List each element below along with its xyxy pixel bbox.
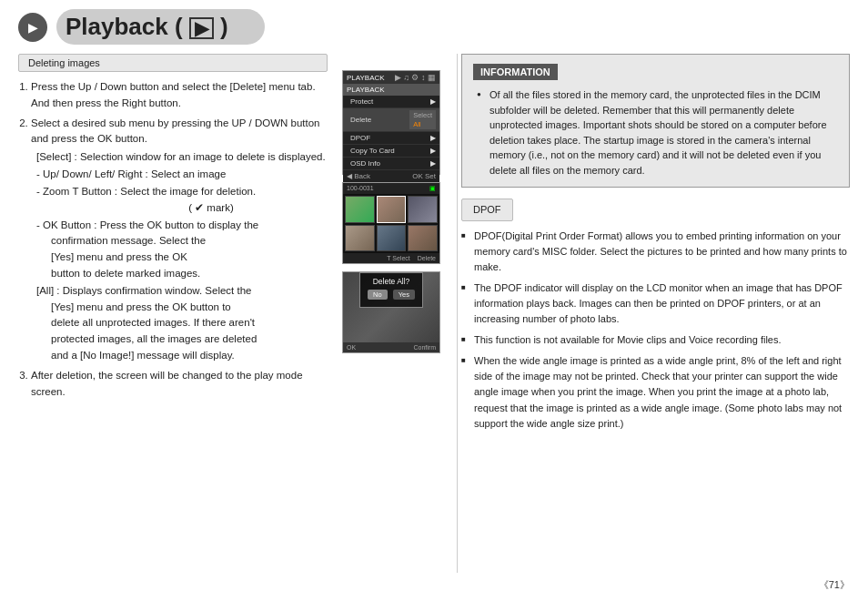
page-footer: 《71》 xyxy=(18,578,850,592)
main-content: Deleting images Press the Up / Down butt… xyxy=(18,54,850,573)
ss2-bottom: T Select Delete xyxy=(343,253,439,263)
ss1-icons: ▶ ♫ ⚙ ↕ ▦ xyxy=(395,73,436,82)
ss1-menu-title: PLAYBACK xyxy=(343,84,439,96)
ss3-footer: OK Confirm xyxy=(343,342,439,352)
screenshot-delete-confirm: Delete All? No Yes OK Confirm xyxy=(342,271,440,353)
ss2-topbar: 100-0031 ▣ xyxy=(343,183,439,194)
screenshot-menu: PLAYBACK ▶ ♫ ⚙ ↕ ▦ PLAYBACK Protect▶ Del… xyxy=(342,70,440,175)
section-label: Deleting images xyxy=(18,54,328,72)
ss3-option-yes: Yes xyxy=(393,290,415,300)
dpof-item-4: When the wide angle image is printed as … xyxy=(461,353,850,431)
screenshots-column: PLAYBACK ▶ ♫ ⚙ ↕ ▦ PLAYBACK Protect▶ Del… xyxy=(342,54,442,573)
page-number: 《71》 xyxy=(819,579,850,590)
ss2-photo-3 xyxy=(408,196,438,223)
ss1-header: PLAYBACK ▶ ♫ ⚙ ↕ ▦ xyxy=(343,71,439,84)
title-end: ) xyxy=(220,13,228,40)
dpof-items: DPOF(Digital Print Order Format) allows … xyxy=(461,229,850,432)
ss3-dialog: Delete All? No Yes xyxy=(359,272,423,308)
page-header: Playback ( ▶ ) xyxy=(18,9,850,45)
dpof-item-3: This function is not available for Movie… xyxy=(461,332,850,348)
right-column: INFORMATION Of all the files stored in t… xyxy=(457,54,850,573)
playback-symbol: ▶ xyxy=(189,17,214,39)
page: Playback ( ▶ ) Deleting images Press the… xyxy=(0,0,868,601)
dpof-item-1: DPOF(Digital Print Order Format) allows … xyxy=(461,229,850,275)
step-2: Select a desired sub menu by pressing th… xyxy=(31,116,328,364)
screenshot-photos: 100-0031 ▣ T Select Delete xyxy=(342,182,440,264)
info-item: Of all the files stored in the memory ca… xyxy=(477,87,838,178)
step-2-select: [Select] : Selection window for an image… xyxy=(36,149,328,166)
ss1-item-protect: Protect▶ xyxy=(343,96,439,108)
ss3-option-no: No xyxy=(368,290,388,300)
playback-icon xyxy=(18,13,47,42)
dpof-tab: DPOF xyxy=(461,199,513,221)
ss2-photo-5 xyxy=(377,225,407,252)
step-2-ok: - OK Button : Press the OK button to dis… xyxy=(36,218,328,282)
ss1-item-delete: Delete Select All xyxy=(343,108,439,132)
left-column: Deleting images Press the Up / Down butt… xyxy=(18,54,328,573)
step-2-all: [All] : Displays confirmation window. Se… xyxy=(36,283,328,364)
ss2-photo-2 xyxy=(377,196,407,223)
ss3-options: No Yes xyxy=(368,290,415,300)
ss3-inner: Delete All? No Yes OK Confirm xyxy=(343,272,439,352)
ss2-photo-4 xyxy=(345,225,375,252)
dpof-item-2: The DPOF indicator will display on the L… xyxy=(461,280,850,327)
instructions: Press the Up / Down button and select th… xyxy=(18,79,328,573)
ss3-title: Delete All? xyxy=(368,277,415,286)
step-2-nav: - Up/ Down/ Left/ Right : Select an imag… xyxy=(36,167,328,183)
ss1-menu: PLAYBACK Protect▶ Delete Select All DPOF… xyxy=(343,84,439,170)
ss2-photo-1 xyxy=(345,196,375,223)
ss1-item-dpof: DPOF▶ xyxy=(343,132,439,145)
title-text: Playback ( xyxy=(66,13,189,40)
page-title: Playback ( ▶ ) xyxy=(56,9,265,45)
ss2-inner: 100-0031 ▣ T Select Delete xyxy=(343,183,439,263)
info-content: Of all the files stored in the memory ca… xyxy=(473,87,838,178)
ss1-item-copy: Copy To Card▶ xyxy=(343,145,439,158)
step-2-zoom: - Zoom T Button : Select the image for d… xyxy=(36,184,328,217)
ss1-item-osd: OSD Info▶ xyxy=(343,158,439,170)
dpof-section: DPOF DPOF(Digital Print Order Format) al… xyxy=(461,199,850,437)
step-1: Press the Up / Down button and select th… xyxy=(31,79,328,112)
information-box: INFORMATION Of all the files stored in t… xyxy=(461,54,850,188)
ss1-title: PLAYBACK xyxy=(347,74,385,82)
ss1-footer: ◀ Back OK Set xyxy=(343,170,439,182)
info-header: INFORMATION xyxy=(473,64,558,80)
step-3: After deletion, the screen will be chang… xyxy=(31,368,328,401)
ss2-photo-6 xyxy=(408,225,438,252)
ss2-photos xyxy=(343,194,439,253)
